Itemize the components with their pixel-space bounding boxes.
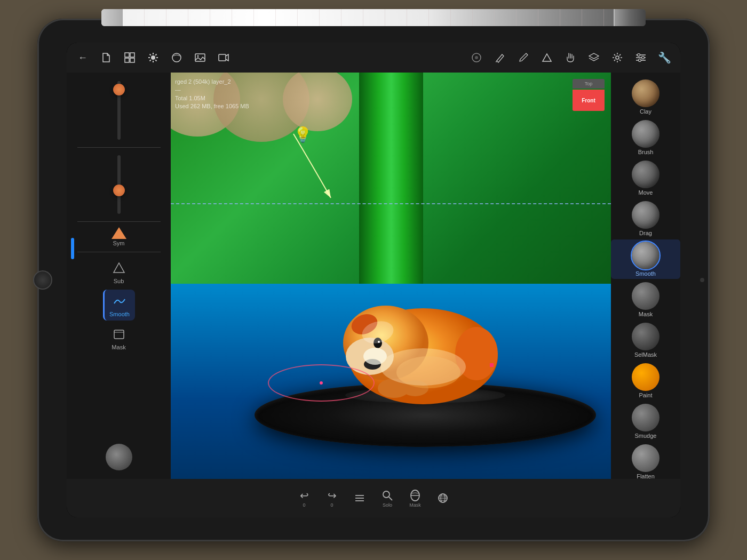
size-slider-track[interactable] [117, 81, 121, 140]
mask-tool-right[interactable]: Mask [611, 280, 680, 319]
image-icon[interactable] [190, 48, 210, 67]
svg-point-15 [197, 55, 199, 57]
list-icon [353, 492, 366, 505]
view-cube-top[interactable]: Top [573, 79, 605, 89]
intensity-slider-track[interactable] [117, 155, 121, 214]
hand-icon[interactable] [561, 48, 580, 67]
canvas-area[interactable]: 💡 [171, 73, 611, 479]
undo-icon: ↩ [300, 489, 309, 502]
mask-sphere [632, 282, 659, 310]
pencil-body [123, 9, 614, 26]
mask-label: Mask [639, 311, 653, 317]
mask-tool-label: Mask [112, 344, 125, 350]
redo-icon: ↪ [328, 489, 337, 502]
wrench-icon[interactable]: 🔧 [655, 48, 674, 67]
move-tool[interactable]: Move [611, 158, 680, 198]
main-content: Sym Sub [67, 73, 680, 479]
info-line-2: --- [175, 86, 249, 94]
divider-2 [77, 221, 161, 222]
undo-button[interactable]: ↩ 0 [292, 486, 316, 510]
material-icon[interactable] [167, 48, 186, 67]
size-slider-container [67, 77, 171, 144]
sliders-icon[interactable] [631, 48, 650, 67]
paint-label: Paint [639, 392, 652, 398]
smudge-sphere [632, 404, 659, 431]
stylus-icon[interactable] [490, 48, 510, 67]
svg-point-23 [638, 54, 640, 57]
view-cube-front[interactable]: Front [573, 90, 605, 111]
paint-tool[interactable]: Paint [611, 361, 680, 401]
mask-tool-icon [110, 326, 128, 343]
smudge-tool[interactable]: Smudge [611, 402, 680, 441]
size-slider-thumb[interactable] [113, 84, 125, 95]
clay-tool[interactable]: Clay [611, 77, 680, 117]
smooth-tool-button[interactable]: Smooth [103, 290, 135, 321]
paint-sphere [632, 363, 659, 391]
video-icon[interactable] [214, 48, 233, 67]
pen-icon[interactable] [514, 48, 533, 67]
list-button[interactable] [348, 486, 371, 510]
selmask-tool[interactable]: SelMask [611, 321, 680, 360]
lightbulb-icon: 💡 [293, 126, 312, 143]
view-cube[interactable]: Top Front [573, 79, 605, 111]
globe-icon [436, 492, 449, 505]
drag-sphere [632, 201, 659, 229]
selmask-sphere [632, 323, 659, 350]
sub-tool-label: Sub [114, 278, 124, 284]
selmask-label: SelMask [634, 351, 657, 358]
svg-rect-26 [114, 330, 124, 339]
grid-icon[interactable] [144, 48, 163, 67]
pencil-tip [101, 9, 123, 26]
svg-point-41 [380, 348, 466, 386]
file-icon[interactable] [97, 48, 116, 67]
flatten-tool[interactable]: Flatten [611, 442, 680, 479]
brush-label: Brush [638, 149, 654, 155]
drag-tool[interactable]: Drag [611, 199, 680, 238]
redo-button[interactable]: ↪ 0 [320, 486, 344, 510]
intensity-slider-thumb[interactable] [113, 185, 125, 196]
svg-point-4 [151, 55, 155, 60]
svg-line-47 [389, 497, 392, 500]
drag-label: Drag [639, 230, 652, 236]
mask-tool-button[interactable]: Mask [103, 323, 135, 354]
move-sphere [632, 161, 659, 188]
scene-icon[interactable] [120, 48, 139, 67]
info-line-4: Used 262 MB, free 1065 MB [175, 102, 249, 110]
svg-point-25 [639, 59, 641, 62]
smooth-sphere [632, 242, 659, 269]
back-icon[interactable]: ← [73, 48, 92, 67]
smooth-tool-right[interactable]: Smooth [611, 239, 680, 279]
svg-rect-1 [130, 53, 134, 57]
apple-pencil [101, 9, 646, 26]
orbit-icon[interactable] [467, 48, 486, 67]
smooth-tool-icon [111, 293, 128, 310]
mask-bottom-button[interactable]: Mask [403, 486, 427, 510]
right-sensor [700, 278, 704, 282]
smooth-label: Smooth [635, 270, 656, 277]
svg-point-24 [642, 57, 645, 59]
red-dot [490, 363, 494, 367]
smooth-tool-label: Smooth [109, 311, 130, 317]
selection-line [171, 203, 611, 204]
color-picker-button[interactable] [106, 444, 132, 470]
triangle-icon[interactable] [537, 48, 557, 67]
brush-tool[interactable]: Brush [611, 118, 680, 157]
top-toolbar: ← [67, 43, 680, 73]
svg-point-46 [383, 491, 390, 498]
settings-icon[interactable] [608, 48, 627, 67]
svg-rect-16 [219, 54, 226, 61]
layers-icon[interactable] [584, 48, 603, 67]
clay-sphere [632, 79, 659, 107]
home-button[interactable] [33, 270, 52, 290]
sym-label: Sym [113, 240, 125, 246]
globe-button[interactable] [431, 486, 455, 510]
sub-tool-button[interactable]: Sub [103, 257, 135, 287]
solo-button[interactable]: Solo [376, 486, 399, 510]
screen-bezel: ← [67, 43, 680, 517]
svg-point-19 [616, 56, 619, 59]
pink-dot [320, 381, 323, 385]
redo-count: 0 [330, 502, 333, 508]
sym-triangle-icon [112, 227, 126, 239]
sym-button[interactable]: Sym [112, 227, 126, 246]
mask-bottom-label: Mask [409, 502, 421, 508]
